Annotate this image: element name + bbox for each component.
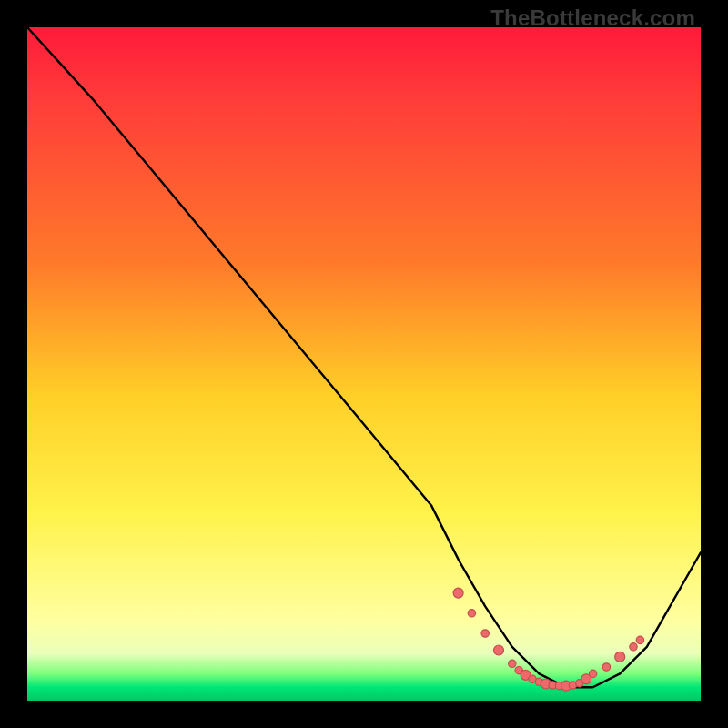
marker-dot (630, 643, 637, 651)
watermark-text: TheBottleneck.com (490, 5, 695, 31)
marker-dot (468, 610, 475, 617)
bottleneck-curve (27, 27, 701, 687)
marker-dot (509, 660, 516, 667)
marker-dot (453, 588, 463, 598)
marker-dot (636, 636, 643, 643)
marker-dot (602, 663, 610, 671)
marker-dot (494, 645, 504, 655)
marker-dot (615, 652, 625, 662)
chart-frame (27, 27, 701, 701)
marker-dot (589, 670, 596, 677)
chart-svg (27, 27, 701, 701)
marker-dot (481, 630, 489, 637)
